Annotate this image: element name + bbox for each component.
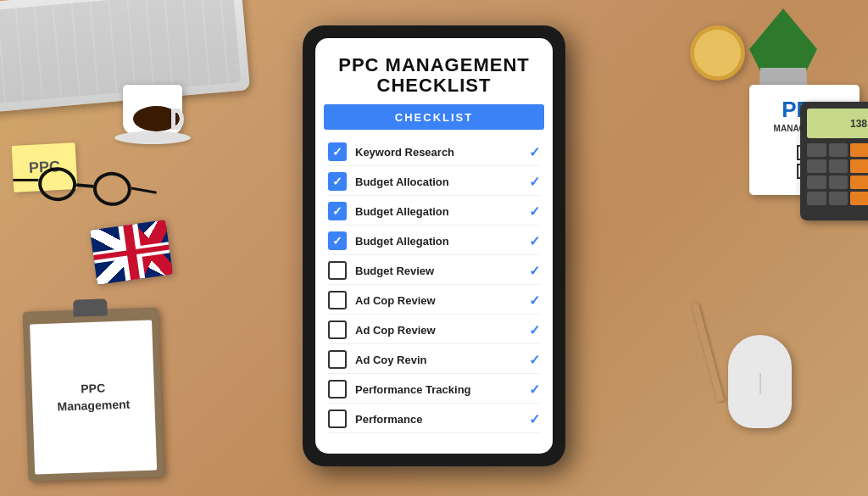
checklist-item-label-1: Keyword Research [355,146,520,159]
tablet-title-line2: CHECKLIST [377,75,492,96]
item-check-right-9: ✓ [529,382,540,398]
checkbox-10[interactable] [328,410,347,428]
item-check-right-5: ✓ [529,263,540,279]
item-check-right-4: ✓ [529,233,540,249]
calc-btn-2 [829,143,849,157]
checklist-item-label-3: Budget Allegation [355,205,520,218]
calc-btn-1 [807,143,826,157]
checklist-item-label-9: Performance Tracking [355,383,520,396]
calculator-buttons [807,143,868,205]
coffee-cup [119,68,186,144]
checkbox-7[interactable] [328,320,347,339]
calc-btn-7 [807,176,826,189]
checklist-item-3: Budget Allegation✓ [328,198,540,226]
uk-flag [90,220,173,285]
clipboard-line2: Management [57,397,130,413]
checkbox-9[interactable] [328,380,347,398]
checklist-item-2: Budget Allocation✓ [328,168,540,196]
calc-btn-8 [829,176,849,189]
checklist-item-label-4: Budget Allegation [355,235,520,248]
clipboard-line1: PPC [81,381,105,395]
tablet-title: PPC MANAGEMENT CHECKLIST [332,55,536,96]
item-check-right-1: ✓ [529,144,540,160]
calc-btn-3 [850,143,868,157]
calc-btn-5 [829,159,849,173]
checklist-item-10: Performance✓ [328,405,540,433]
checklist-item-8: Ad Coy Revin✓ [328,346,540,374]
checklist-item-label-5: Budget Review [355,265,520,277]
calc-btn-4 [807,159,826,173]
mouse-scroll-wheel [760,373,761,394]
checkbox-3[interactable] [328,202,347,220]
checkbox-1[interactable] [328,142,347,161]
computer-mouse [728,335,792,428]
clipboard-text: PPC Management [57,379,131,415]
checklist-item-label-6: Ad Cop Review [355,294,520,307]
checklist-item-4: Budget Allegation✓ [328,227,540,255]
checklist-item-label-7: Ad Cop Review [355,324,520,337]
checklist-item-label-2: Budget Allocation [355,176,520,188]
checklist-items-container: Keyword Research✓Budget Allocation✓Budge… [315,134,553,454]
clock [690,25,745,81]
calculator-screen: 138 [807,109,868,138]
checkbox-8[interactable] [328,350,347,369]
calc-btn-9 [850,176,868,189]
checklist-item-9: Performance Tracking✓ [328,376,540,404]
checkbox-6[interactable] [328,291,347,309]
tablet-header: PPC MANAGEMENT CHECKLIST [315,38,553,104]
calc-btn-12 [850,192,868,205]
item-check-right-10: ✓ [529,411,540,427]
checklist-item-1: Keyword Research✓ [328,138,540,166]
pen [692,302,725,402]
checklist-item-5: Budget Review✓ [328,257,540,285]
checklist-item-7: Ad Cop Review✓ [328,316,540,344]
tablet-screen: PPC MANAGEMENT CHECKLIST CHECKLIST Keywo… [315,38,553,454]
checkbox-5[interactable] [328,261,347,280]
clipboard: PPC Management [23,307,164,481]
tablet-device: PPC MANAGEMENT CHECKLIST CHECKLIST Keywo… [303,25,565,466]
checklist-item-label-10: Performance [355,413,520,426]
checklist-item-6: Ad Cop Review✓ [328,287,540,315]
desk-background: PPC PPC Management [0,0,868,496]
item-check-right-7: ✓ [529,322,540,338]
item-check-right-3: ✓ [529,203,540,220]
checklist-header-bar: CHECKLIST [324,104,544,130]
checklist-item-label-8: Ad Coy Revin [355,354,520,366]
calculator: 138 [800,102,868,220]
calc-btn-10 [807,192,826,205]
glasses [32,161,137,212]
calc-btn-6 [850,159,868,173]
checklist-header-text: CHECKLIST [395,111,473,124]
item-check-right-8: ✓ [529,352,540,368]
calc-btn-11 [829,192,849,205]
item-check-right-6: ✓ [529,293,540,309]
tablet-title-line1: PPC MANAGEMENT [338,54,529,75]
item-check-right-2: ✓ [529,174,540,190]
checkbox-2[interactable] [328,172,347,191]
checkbox-4[interactable] [328,231,347,250]
